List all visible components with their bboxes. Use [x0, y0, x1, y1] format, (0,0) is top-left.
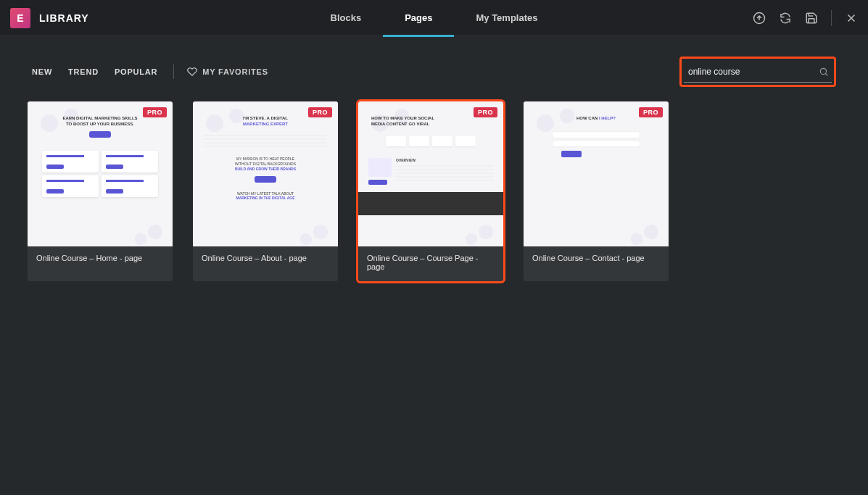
template-thumb: PRO HOW CAN I HELP? [524, 101, 669, 246]
filter-bar: NEW TREND POPULAR MY FAVORITES [0, 36, 868, 96]
header-actions [753, 10, 858, 26]
tab-pages[interactable]: Pages [383, 0, 454, 36]
thumb-button [89, 131, 111, 138]
template-thumb: PRO I'M STEVE. A DIGITAL MARKETING EXPER… [193, 101, 338, 246]
thumb-preview: HOW TO MAKE YOUR SOCIAL MEDIA CONTENT GO… [358, 101, 503, 246]
thumb-preview: EARN DIGITAL MARKETING SKILLS TO BOOST U… [28, 101, 173, 246]
upload-icon[interactable] [753, 12, 766, 25]
thumb-text: I'M STEVE. A DIGITAL [243, 116, 288, 120]
templates-grid: PRO EARN DIGITAL MARKETING SKILLS TO BOO… [0, 96, 868, 287]
thumb-text: WITHOUT DIGITAL BACKGROUNDS [235, 162, 296, 166]
thumb-text: EARN DIGITAL MARKETING SKILLS [62, 116, 137, 120]
search-field [684, 61, 832, 83]
thumb-text: MEDIA CONTENT GO VIRAL [371, 122, 429, 126]
sync-icon[interactable] [779, 12, 792, 25]
thumb-text: TO BOOST UP YOUR BUSINESS. [66, 122, 134, 126]
tab-blocks[interactable]: Blocks [309, 0, 384, 36]
thumb-text: MARKETING IN THE DIGITAL AGE [236, 196, 294, 200]
thumb-text: OVERVIEW [396, 158, 422, 162]
library-title: LIBRARY [39, 12, 89, 24]
thumb-text: BUILD AND GROW THEIR BRANDS [235, 167, 296, 171]
search-input[interactable] [684, 64, 819, 80]
library-header: E LIBRARY Blocks Pages My Templates [0, 0, 868, 36]
filter-trend[interactable]: TREND [68, 67, 99, 76]
template-title: Online Course – Home - page [28, 246, 173, 273]
tab-my-templates[interactable]: My Templates [454, 0, 559, 36]
filter-new[interactable]: NEW [32, 67, 52, 76]
template-thumb: PRO EARN DIGITAL MARKETING SKILLS TO BOO… [28, 101, 173, 246]
template-card-course-page[interactable]: PRO HOW TO MAKE YOUR SOCIAL MEDIA CONTEN… [358, 101, 503, 281]
filter-popular[interactable]: POPULAR [115, 67, 157, 76]
search-highlight-box [679, 57, 836, 87]
thumb-text: MY MISSION IS TO HELP PEOPLE [236, 157, 294, 161]
filter-divider [173, 65, 174, 79]
template-title: Online Course – Course Page - page [358, 246, 503, 281]
template-title: Online Course – About - page [193, 246, 338, 273]
filter-favorites[interactable]: MY FAVORITES [187, 67, 268, 77]
svg-point-1 [820, 68, 826, 74]
thumb-preview: I'M STEVE. A DIGITAL MARKETING EXPERT MY… [193, 101, 338, 246]
elementor-logo: E [10, 8, 30, 28]
template-thumb: PRO HOW TO MAKE YOUR SOCIAL MEDIA CONTEN… [358, 101, 503, 246]
save-icon[interactable] [805, 12, 818, 25]
favorites-label: MY FAVORITES [202, 67, 268, 76]
header-divider [831, 10, 832, 26]
header-tabs: Blocks Pages My Templates [309, 0, 560, 36]
template-card-contact[interactable]: PRO HOW CAN I HELP? Online Course – Cont… [524, 101, 669, 281]
thumb-text: HOW TO MAKE YOUR SOCIAL [371, 116, 434, 120]
template-card-about[interactable]: PRO I'M STEVE. A DIGITAL MARKETING EXPER… [193, 101, 338, 281]
thumb-text: MARKETING EXPERT [243, 122, 288, 126]
heart-icon [187, 67, 197, 77]
close-icon[interactable] [845, 12, 858, 25]
search-icon[interactable] [819, 67, 829, 77]
thumb-preview: HOW CAN I HELP? [524, 101, 669, 246]
template-card-home[interactable]: PRO EARN DIGITAL MARKETING SKILLS TO BOO… [28, 101, 173, 281]
template-title: Online Course – Contact - page [524, 246, 669, 273]
